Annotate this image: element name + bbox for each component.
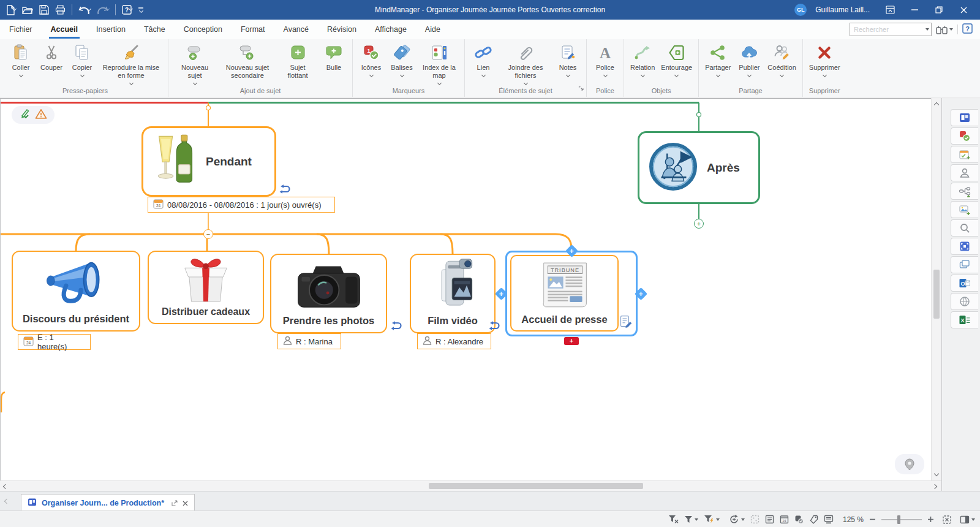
horizontal-scrollbar[interactable]: [0, 480, 941, 491]
icons-view-icon[interactable]: [794, 515, 804, 524]
image-library-button[interactable]: [951, 201, 978, 218]
linked-maps-button[interactable]: [951, 256, 978, 273]
tab-affichage[interactable]: Affichage: [366, 20, 416, 39]
tab-insertion[interactable]: Insertion: [87, 20, 135, 39]
chevron-down-icon[interactable]: [925, 28, 929, 31]
entourage-button[interactable]: Entourage: [658, 41, 695, 77]
tab-avance[interactable]: Avancé: [274, 20, 318, 39]
nouveau-sujet-secondaire-button[interactable]: Nouveau sujet secondaire: [218, 41, 277, 80]
supprimer-button[interactable]: Supprimer: [806, 41, 843, 77]
auto-refresh-icon[interactable]: [729, 514, 745, 525]
couper-button[interactable]: Couper: [36, 41, 67, 72]
partager-button[interactable]: Partager: [702, 41, 734, 77]
close-button[interactable]: [956, 2, 971, 18]
relationship-icon[interactable]: [489, 319, 502, 335]
nouveau-sujet-button[interactable]: Nouveau sujet: [172, 41, 218, 85]
document-tab[interactable]: Organiser Journ... de Production*: [21, 494, 195, 512]
bulle-button[interactable]: Bulle: [318, 41, 349, 72]
capture-button[interactable]: [951, 238, 978, 255]
dialog-launcher-icon[interactable]: [578, 83, 584, 94]
scroll-down-arrow[interactable]: [934, 471, 939, 476]
new-document-icon[interactable]: [6, 5, 16, 15]
help-icon[interactable]: ?: [962, 23, 973, 36]
topic-pendant[interactable]: Pendant: [141, 126, 276, 197]
zoom-out-button[interactable]: [869, 516, 876, 523]
tab-fichier[interactable]: Fichier: [0, 20, 42, 39]
icones-button[interactable]: 1 Icônes: [356, 41, 386, 77]
discours-effort-label[interactable]: 24 E : 1 heure(s): [18, 334, 91, 350]
binoculars-icon[interactable]: [936, 25, 953, 34]
user-menu[interactable]: Guillaume Laill...: [815, 6, 873, 14]
print-icon[interactable]: [55, 5, 66, 15]
horizontal-scroll-thumb[interactable]: [429, 483, 643, 489]
lien-button[interactable]: Lien: [468, 41, 499, 77]
map-canvas[interactable]: − +: [0, 98, 931, 480]
tab-conception[interactable]: Conception: [175, 20, 232, 39]
task-info-button[interactable]: [951, 146, 978, 163]
ribbon-display-options-icon[interactable]: [882, 2, 898, 18]
scroll-left-arrow[interactable]: [3, 484, 8, 489]
coller-button[interactable]: Coller: [6, 41, 36, 77]
photos-resource-label[interactable]: R : Marina: [277, 333, 341, 349]
balises-button[interactable]: Balises: [386, 41, 417, 77]
undo-icon[interactable]: [78, 6, 91, 15]
scroll-right-arrow[interactable]: [932, 484, 937, 489]
tags-view-icon[interactable]: [809, 515, 818, 524]
tab-aide[interactable]: Aide: [416, 20, 450, 39]
topic-accueil-de-presse[interactable]: TRIBUNE Accueil de presse: [510, 255, 619, 332]
warning-triangle-icon[interactable]: [35, 108, 47, 122]
zoom-in-button[interactable]: [927, 516, 934, 523]
help-icon[interactable]: ?: [122, 5, 132, 15]
excel-button[interactable]: X: [951, 311, 978, 328]
expand-toggle[interactable]: +: [694, 219, 704, 229]
markers-index-button[interactable]: [951, 127, 978, 145]
minimize-button[interactable]: [907, 2, 922, 18]
schedule-view-icon[interactable]: 24: [780, 515, 789, 524]
power-filter-icon[interactable]: [704, 515, 720, 524]
map-parts-button[interactable]: [951, 183, 978, 200]
reproduire-mise-en-forme-button[interactable]: Reproduire la mise en forme: [97, 41, 165, 85]
save-icon[interactable]: [39, 5, 49, 15]
notes-button[interactable]: Notes: [552, 41, 583, 77]
resources-button[interactable]: [951, 164, 978, 181]
topic-film-video[interactable]: Film vidéo: [410, 254, 496, 333]
remove-filter-icon[interactable]: [668, 515, 679, 524]
open-file-icon[interactable]: [22, 6, 33, 15]
fit-map-button[interactable]: [942, 515, 952, 525]
topic-distribuer-cadeaux[interactable]: Distribuer cadeaux: [148, 251, 264, 324]
document-pane-button[interactable]: [951, 109, 978, 126]
restore-button[interactable]: [931, 2, 947, 18]
index-de-la-map-button[interactable]: Index de la map: [417, 41, 461, 85]
copier-button[interactable]: Copier: [67, 41, 97, 77]
relationship-icon[interactable]: [391, 319, 404, 335]
vertical-scroll-thumb[interactable]: [933, 270, 940, 319]
redo-icon[interactable]: [97, 6, 109, 15]
avatar[interactable]: GL: [794, 4, 807, 16]
joindre-des-fichiers-button[interactable]: Joindre des fichiers: [499, 41, 552, 85]
tab-scroll-left-arrow[interactable]: [4, 499, 9, 504]
video-resource-label[interactable]: R : Alexandre: [417, 333, 491, 349]
topic-prendre-les-photos[interactable]: Prendre les photos: [270, 254, 387, 333]
select-special-icon[interactable]: [750, 515, 760, 524]
task-panes-button[interactable]: [960, 515, 975, 524]
coedition-button[interactable]: Coédition: [764, 41, 799, 77]
tab-format[interactable]: Format: [232, 20, 274, 39]
scroll-up-arrow[interactable]: [934, 102, 939, 107]
sujet-flottant-button[interactable]: Sujet flottant: [277, 41, 318, 80]
tab-tache[interactable]: Tâche: [135, 20, 175, 39]
outline-view-icon[interactable]: [765, 515, 774, 524]
zoom-slider-thumb[interactable]: [897, 515, 900, 524]
tab-accueil[interactable]: Accueil: [42, 20, 87, 39]
topic-apres[interactable]: Après: [638, 131, 760, 204]
search-input[interactable]: [850, 23, 932, 36]
topic-discours-du-president[interactable]: Discours du président: [12, 251, 140, 332]
relationship-icon[interactable]: [279, 182, 293, 198]
relation-button[interactable]: Relation: [627, 41, 658, 77]
spellcheck-pen-icon[interactable]: [20, 108, 31, 122]
filter-icon[interactable]: [684, 515, 698, 524]
float-tab-icon[interactable]: [172, 498, 178, 509]
outlook-button[interactable]: O: [951, 275, 978, 292]
publier-button[interactable]: Publier: [734, 41, 764, 77]
search-button[interactable]: [951, 219, 978, 237]
tab-revision[interactable]: Révision: [318, 20, 366, 39]
